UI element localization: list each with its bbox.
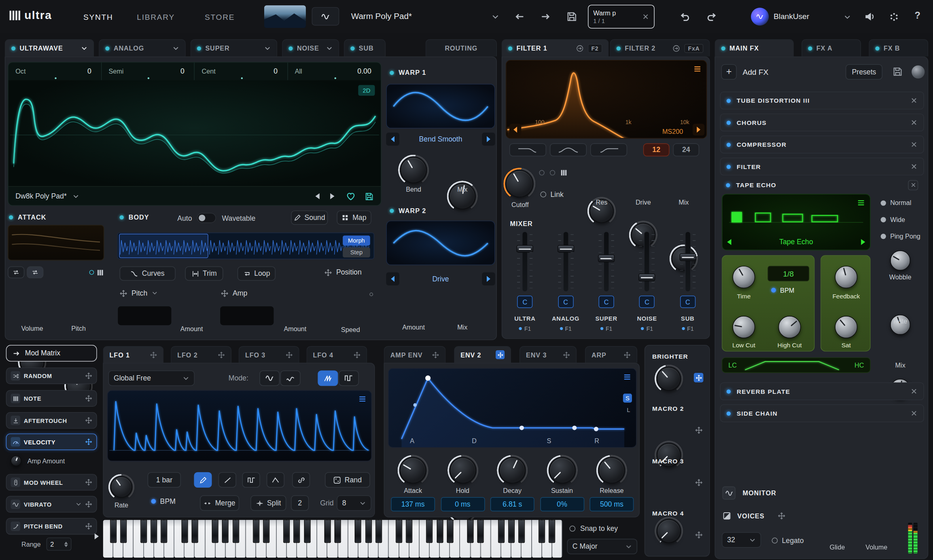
fx-enabled-dot[interactable] — [727, 142, 731, 146]
filter1-on-dot[interactable] — [508, 46, 512, 50]
tab-analog[interactable]: ANALOG — [99, 39, 186, 57]
preset-rename-box[interactable]: Warm p 1 / 1 — [588, 5, 655, 29]
macro4-move-icon[interactable] — [695, 531, 703, 539]
black-key[interactable] — [191, 520, 198, 543]
chevron-down-icon[interactable] — [264, 45, 271, 51]
tab-fx-a[interactable]: FX A — [802, 39, 861, 57]
lfo-rate-knob[interactable] — [111, 476, 132, 498]
black-key[interactable] — [151, 520, 157, 543]
save-wavetable-icon[interactable] — [365, 192, 374, 201]
move-icon[interactable] — [623, 351, 631, 358]
curves-button[interactable]: Curves — [120, 266, 176, 281]
pitch-all[interactable]: All0.00 — [288, 62, 381, 80]
wavetable-chevron-down-icon[interactable] — [72, 193, 79, 199]
filter-menu-icon[interactable] — [693, 65, 702, 73]
move-icon[interactable] — [85, 501, 92, 508]
redo-icon[interactable] — [707, 11, 717, 22]
fx-on-dot[interactable] — [808, 46, 812, 50]
channel-solo-button[interactable]: C — [517, 296, 532, 308]
black-key[interactable] — [253, 520, 259, 543]
osc-on-dot[interactable] — [105, 46, 109, 50]
black-key[interactable] — [212, 520, 218, 543]
fx-enabled-dot[interactable] — [727, 389, 731, 393]
fx-slot[interactable]: REVERB PLATE — [720, 382, 924, 400]
lfo-bar-button[interactable]: 1 bar — [148, 472, 181, 488]
tape-menu-icon[interactable] — [857, 199, 865, 207]
filter-type-highpass-button[interactable] — [590, 143, 627, 156]
pitch-cent[interactable]: Cent0 — [195, 62, 288, 80]
lfo-rand-button[interactable]: Rand — [325, 472, 370, 488]
chevron-down-icon[interactable] — [152, 290, 158, 296]
warp1-next-button[interactable] — [482, 133, 495, 146]
env-knob[interactable] — [400, 457, 426, 484]
tape-lowcut-knob[interactable] — [732, 316, 755, 338]
preset-name[interactable]: Warm Poly Pad* — [351, 11, 412, 21]
tab-arp[interactable]: ARP — [585, 346, 637, 363]
fx-enabled-dot[interactable] — [727, 165, 731, 169]
tab-lfo3[interactable]: LFO 3 — [239, 346, 299, 363]
sound-button[interactable]: Sound — [291, 211, 328, 225]
black-key[interactable] — [375, 520, 382, 543]
lfo-sync-select[interactable]: Global Free — [108, 370, 195, 386]
next-preset-icon[interactable] — [540, 11, 551, 22]
preset-chevron-down-icon[interactable] — [492, 13, 499, 21]
legato-radio[interactable]: Legato — [772, 537, 804, 545]
warp2-mode[interactable]: Drive — [399, 275, 482, 283]
warp2-on-dot[interactable] — [390, 208, 394, 212]
voices-icon[interactable] — [722, 511, 731, 520]
tab-sub[interactable]: SUB — [344, 39, 386, 57]
fx-enabled-dot[interactable] — [727, 98, 731, 102]
lfo-merge-button[interactable]: Merge — [200, 495, 239, 511]
slope-24-button[interactable]: 24 — [673, 143, 699, 156]
snap-to-key-radio[interactable]: Snap to key — [569, 524, 618, 533]
fx-on-dot[interactable] — [721, 46, 725, 50]
env-menu-icon[interactable] — [623, 373, 632, 381]
cutoff-mod-dot1[interactable] — [539, 170, 544, 175]
ultrawave-waveform-display[interactable]: 2D — [8, 80, 381, 186]
move-icon[interactable] — [221, 289, 229, 297]
fx-slot[interactable]: TUBE DISTORTION III — [720, 91, 924, 109]
pitch-mod-slot[interactable] — [117, 306, 172, 326]
undo-icon[interactable] — [679, 11, 689, 22]
wavetable-strip[interactable]: Morph Step — [117, 232, 374, 259]
channel-solo-button[interactable]: C — [558, 296, 573, 308]
speaker-icon[interactable] — [864, 11, 874, 22]
black-key[interactable] — [232, 520, 239, 543]
black-key[interactable] — [222, 520, 229, 543]
tape-highcut-knob[interactable] — [778, 316, 801, 338]
mixer-fader-track[interactable] — [522, 231, 528, 292]
2d-view-badge[interactable]: 2D — [358, 85, 375, 95]
tab-noise[interactable]: NOISE — [282, 39, 339, 57]
tape-echo-display[interactable]: Tape Echo — [722, 194, 871, 250]
wavetable-name[interactable]: Dw8k Poly Pad* — [15, 192, 67, 201]
channel-solo-button[interactable]: C — [598, 296, 614, 308]
loop-button[interactable]: Loop — [237, 266, 276, 281]
macro1-knob[interactable] — [657, 367, 681, 391]
tape-next-icon[interactable] — [861, 239, 865, 245]
lfo-snap-link-button[interactable] — [292, 472, 310, 488]
fx-remove-icon[interactable] — [910, 163, 918, 170]
next-wavetable-icon[interactable] — [330, 193, 334, 199]
black-key[interactable] — [396, 520, 402, 543]
fx-slot[interactable]: CHORUS — [720, 114, 924, 131]
route-arrow-icon[interactable] — [672, 44, 680, 52]
fx-slot[interactable]: SIDE CHAIN — [720, 404, 924, 422]
channel-solo-button[interactable]: C — [680, 296, 696, 308]
fx-slot[interactable]: FILTER — [720, 158, 924, 175]
chevron-down-icon[interactable] — [81, 45, 87, 51]
attack-on-dot[interactable] — [9, 215, 13, 219]
channel-filter-badge[interactable]: F1 — [600, 325, 613, 332]
mod-source-note[interactable]: NOTE — [6, 390, 97, 407]
cutoff-knob[interactable] — [506, 170, 533, 198]
move-icon[interactable] — [85, 438, 92, 446]
fx-save-icon[interactable] — [893, 67, 903, 77]
pitch-semi[interactable]: Semi0 — [102, 62, 195, 80]
lfo-draw-square-button[interactable] — [242, 472, 260, 488]
mod-source-vibrato[interactable]: VIBRATO — [6, 496, 97, 513]
mod-source-random[interactable]: RANDOM — [6, 368, 97, 384]
tab-routing[interactable]: ROUTING — [426, 39, 497, 57]
keyboard-scroll-icon[interactable] — [95, 533, 99, 539]
lfo-grid-select[interactable]: 8 — [337, 495, 371, 511]
lfo-shape-square-button[interactable] — [339, 370, 359, 386]
filter-next-button[interactable] — [693, 124, 704, 135]
